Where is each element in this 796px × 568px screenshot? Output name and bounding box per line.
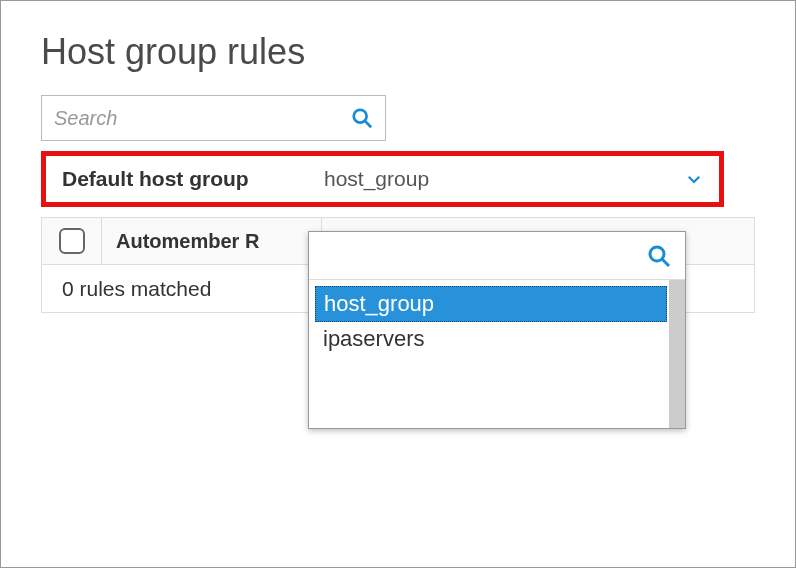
chevron-down-icon	[685, 170, 703, 188]
select-all-checkbox[interactable]	[59, 228, 85, 254]
search-bar	[41, 95, 386, 141]
dropdown-options-panel: host_group ipaservers	[308, 231, 686, 429]
scrollbar[interactable]	[669, 280, 685, 428]
page-title: Host group rules	[41, 31, 755, 73]
svg-point-2	[650, 247, 664, 261]
svg-line-1	[365, 121, 371, 127]
dropdown-filter-bar[interactable]	[309, 232, 685, 280]
default-host-group-dropdown[interactable]: host_group	[308, 156, 719, 202]
dropdown-selected-value: host_group	[324, 167, 429, 191]
default-host-group-row: Default host group host_group	[41, 151, 724, 207]
default-host-group-label: Default host group	[46, 156, 308, 202]
search-input[interactable]	[54, 107, 351, 130]
dropdown-options-list: host_group ipaservers	[309, 280, 685, 428]
search-icon[interactable]	[351, 107, 373, 129]
rules-matched-status: 0 rules matched	[42, 277, 231, 301]
dropdown-option-ipaservers[interactable]: ipaservers	[309, 322, 685, 356]
svg-line-3	[662, 259, 669, 266]
svg-point-0	[354, 110, 367, 123]
dropdown-option-host-group[interactable]: host_group	[315, 286, 667, 322]
select-all-cell	[42, 218, 102, 264]
search-icon	[647, 244, 671, 268]
column-header-automember[interactable]: Automember R	[102, 218, 322, 264]
